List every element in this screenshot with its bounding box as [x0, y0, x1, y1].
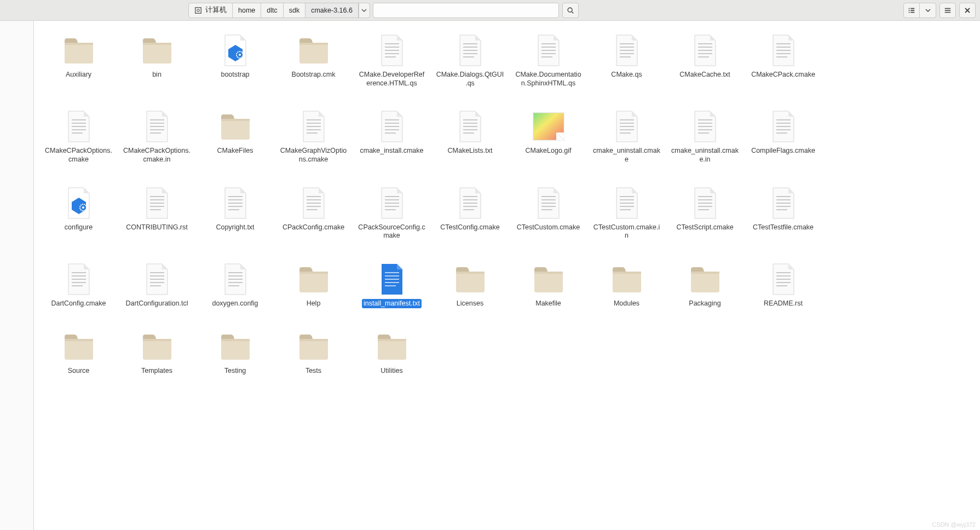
file-label: README.rst — [762, 299, 804, 309]
file-label: cmake_uninstall.cmake.in — [670, 146, 741, 164]
view-options-button[interactable] — [920, 3, 936, 18]
file-item[interactable]: Modules — [587, 261, 666, 309]
file-item[interactable]: Tests — [274, 328, 353, 376]
file-item[interactable]: README.rst — [744, 261, 822, 309]
file-label: Templates — [140, 366, 174, 376]
breadcrumb-item-sdk[interactable]: sdk — [284, 3, 305, 18]
file-item[interactable]: cmake_uninstall.cmake.in — [666, 108, 744, 164]
file-item[interactable]: cmake_uninstall.cmake — [587, 108, 666, 164]
view-mode-button[interactable] — [903, 3, 920, 18]
file-area[interactable]: AuxiliarybinbootstrapBootstrap.cmkCMake.… — [34, 21, 980, 530]
text-file-icon — [453, 186, 488, 221]
file-label: cmake_uninstall.cmake — [591, 146, 662, 164]
file-item[interactable]: install_manifest.txt — [353, 261, 431, 309]
text-file-icon — [296, 109, 331, 144]
svg-rect-16 — [65, 43, 93, 45]
file-item[interactable]: bootstrap — [196, 32, 274, 88]
text-file-icon — [688, 33, 723, 68]
text-file-icon — [766, 186, 801, 221]
text-file-icon — [140, 109, 175, 144]
file-item[interactable]: CMakeCPack.cmake — [744, 32, 822, 88]
file-label: CPackSourceConfig.cmake — [356, 223, 428, 241]
file-label: doxygen.config — [210, 299, 260, 309]
file-item[interactable]: Testing — [196, 328, 274, 376]
folder-icon — [61, 329, 96, 364]
file-item[interactable]: CMakeFiles — [196, 108, 274, 164]
text-file-icon — [374, 262, 410, 297]
text-file-icon — [766, 33, 801, 68]
file-item[interactable]: CTestScript.cmake — [666, 185, 744, 241]
file-label: CTestCustom.cmake.in — [591, 223, 662, 241]
svg-rect-8 — [909, 11, 910, 13]
list-icon — [908, 7, 915, 14]
svg-rect-171 — [691, 272, 719, 292]
file-item[interactable]: CTestTestfile.cmake — [744, 185, 822, 241]
file-label: Help — [305, 299, 322, 309]
text-file-icon — [374, 186, 410, 221]
file-item[interactable]: CONTRIBUTING.rst — [118, 185, 196, 241]
breadcrumb-item-current[interactable]: cmake-3.16.6 — [305, 3, 359, 18]
file-item[interactable]: CMake.qs — [587, 32, 666, 88]
file-item[interactable]: bin — [118, 32, 196, 88]
file-item[interactable]: cmake_install.cmake — [353, 108, 431, 164]
file-item[interactable]: Auxiliary — [39, 32, 118, 88]
sidebar — [0, 21, 34, 530]
path-input[interactable] — [373, 3, 559, 18]
disk-icon — [194, 7, 202, 14]
file-item[interactable]: CMakeCPackOptions.cmake — [39, 108, 118, 164]
file-item[interactable]: Utilities — [353, 328, 431, 376]
file-item[interactable]: Source — [39, 328, 118, 376]
breadcrumb-root[interactable]: 计算机 — [189, 3, 233, 18]
file-item[interactable]: DartConfig.cmake — [39, 261, 118, 309]
file-label: CMake.Dialogs.QtGUI.qs — [435, 70, 506, 88]
search-button[interactable] — [562, 3, 579, 18]
file-label: CMakeGraphVizOptions.cmake — [278, 146, 349, 164]
file-item[interactable]: CMake.Dialogs.QtGUI.qs — [431, 32, 509, 88]
file-item[interactable]: CMakeCache.txt — [666, 32, 744, 88]
chevron-down-icon — [925, 8, 931, 13]
file-item[interactable]: Packaging — [666, 261, 744, 309]
svg-rect-18 — [143, 43, 171, 45]
file-item[interactable]: CMakeLogo.gif — [509, 108, 587, 164]
watermark: CSDN @wyj372 — [932, 521, 976, 528]
svg-rect-64 — [221, 119, 250, 121]
file-label: Source — [66, 366, 91, 376]
file-item[interactable]: CMakeCPackOptions.cmake.in — [118, 108, 196, 164]
text-file-icon — [453, 33, 488, 68]
close-button[interactable] — [959, 3, 976, 18]
svg-rect-167 — [534, 272, 563, 292]
file-item[interactable]: Help — [274, 261, 353, 309]
file-item[interactable]: Templates — [118, 328, 196, 376]
file-label: Modules — [612, 299, 641, 309]
file-item[interactable]: CPackSourceConfig.cmake — [353, 185, 431, 241]
file-item[interactable]: Licenses — [431, 261, 509, 309]
file-item[interactable]: Bootstrap.cmk — [274, 32, 353, 88]
file-item[interactable]: Makefile — [509, 261, 587, 309]
svg-rect-7 — [910, 10, 914, 11]
file-item[interactable]: CTestCustom.cmake.in — [587, 185, 666, 241]
text-file-icon — [218, 186, 253, 221]
file-item[interactable]: CTestConfig.cmake — [431, 185, 509, 241]
file-item[interactable]: CMakeLists.txt — [431, 108, 509, 164]
file-item[interactable]: CMake.Documentation.SphinxHTML.qs — [509, 32, 587, 88]
file-item[interactable]: CPackConfig.cmake — [274, 185, 353, 241]
hamburger-menu-button[interactable] — [939, 3, 956, 18]
file-item[interactable]: configure — [39, 185, 118, 241]
svg-rect-172 — [691, 272, 719, 274]
file-item[interactable]: DartConfiguration.tcl — [118, 261, 196, 309]
breadcrumb-dropdown[interactable] — [359, 3, 370, 18]
file-item[interactable]: doxygen.config — [196, 261, 274, 309]
folder-icon — [218, 109, 253, 144]
file-item[interactable]: Copyright.txt — [196, 185, 274, 241]
file-item[interactable]: CMake.DeveloperReference.HTML.qs — [353, 32, 431, 88]
folder-icon — [140, 329, 175, 364]
file-item[interactable]: CompileFlags.cmake — [744, 108, 822, 164]
file-item[interactable]: CTestCustom.cmake — [509, 185, 587, 241]
breadcrumb-item-home[interactable]: home — [233, 3, 261, 18]
breadcrumb-item-dltc[interactable]: dltc — [261, 3, 283, 18]
text-file-icon — [531, 33, 566, 68]
file-label: install_manifest.txt — [362, 299, 422, 309]
svg-rect-183 — [221, 339, 250, 341]
file-item[interactable]: CMakeGraphVizOptions.cmake — [274, 108, 353, 164]
search-icon — [567, 7, 574, 14]
